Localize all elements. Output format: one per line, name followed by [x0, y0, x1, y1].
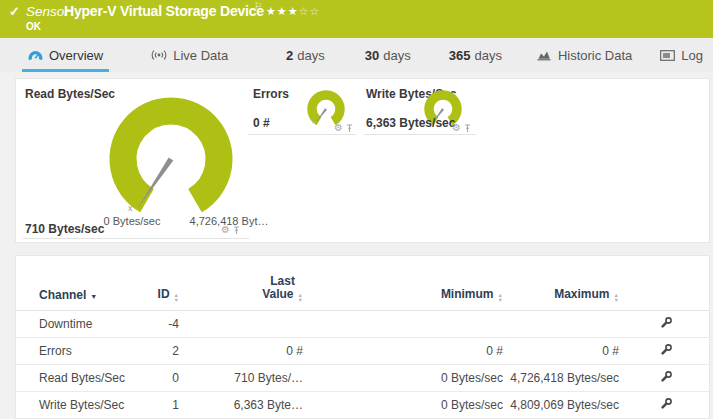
channel-id: -4 [156, 317, 189, 331]
tab-2-days[interactable]: 2 days [286, 38, 325, 72]
errors-gauge-title: Errors [253, 87, 289, 101]
edit-channel-wrench-icon[interactable] [659, 316, 673, 333]
channel-last-value: 6,363 Byte… [189, 398, 306, 412]
channel-name[interactable]: Read Bytes/Sec [39, 371, 156, 385]
tab-label: days [383, 48, 410, 63]
sort-icon: ▲▼ [174, 293, 179, 302]
historic-chart-icon [536, 49, 552, 61]
tab-label: Overview [49, 48, 103, 63]
col-header-last-value[interactable]: LastValue▲▼ [189, 275, 306, 302]
sensor-header: ✓ Sensor Hyper-V Virtual Storage Device … [0, 0, 713, 38]
sort-desc-icon: ▼ [90, 293, 97, 300]
tab-bar: Overview Live Data 2 days 30 days 365 da… [0, 38, 713, 72]
tab-overview[interactable]: Overview [22, 38, 109, 72]
write-gauge-tools[interactable]: ⚙ [452, 123, 471, 133]
tab-label: days [474, 48, 501, 63]
edit-channel-wrench-icon[interactable] [659, 370, 673, 387]
channel-maximum: 0 # [506, 344, 622, 358]
channels-panel: Channel▼ ID▲▼ LastValue▲▼ Minimum▲▼ Maxi… [15, 255, 710, 419]
errors-gauge-current-value: 0 # [253, 116, 270, 130]
tab-number: 365 [449, 48, 471, 63]
channel-id: 0 [156, 371, 189, 385]
stars-filled: ★★★ [266, 5, 299, 17]
write-gauge-current-value: 6,363 Bytes/sec [366, 116, 455, 130]
tab-label: days [297, 48, 324, 63]
gear-icon[interactable]: ⚙ [221, 225, 230, 235]
gear-icon[interactable]: ⚙ [334, 123, 343, 133]
sort-icon: ▲▼ [614, 293, 619, 302]
tab-30-days[interactable]: 30 days [365, 38, 411, 72]
tab-number: 2 [286, 48, 293, 63]
live-data-icon [151, 49, 167, 61]
channel-name[interactable]: Downtime [39, 317, 156, 331]
read-gauge [101, 91, 241, 223]
gauges-panel: Read Bytes/Sec x 0 Bytes/sec 4,726,418 B… [15, 78, 710, 243]
tab-label: Historic Data [558, 48, 632, 63]
tab-historic-data[interactable]: Historic Data [536, 38, 632, 72]
cell-divider [364, 134, 476, 135]
priority-stars[interactable]: ★★★☆☆ [266, 5, 320, 18]
channel-id: 2 [156, 344, 189, 358]
pin-icon[interactable] [346, 124, 353, 133]
flag-icon[interactable]: ⚐ [254, 1, 262, 11]
tab-number: 30 [365, 48, 379, 63]
read-gauge-tools[interactable]: ⚙ [221, 225, 240, 235]
tab-label: Log [681, 48, 703, 63]
tab-label: Live Data [173, 48, 228, 63]
gear-icon[interactable]: ⚙ [452, 123, 461, 133]
table-row: Read Bytes/Sec 0 710 Bytes/… 0 Bytes/sec… [16, 365, 709, 392]
pin-icon[interactable] [464, 124, 471, 133]
channel-maximum: 4,809,069 Bytes/sec [506, 398, 622, 412]
log-icon [660, 50, 675, 61]
channel-minimum: 0 # [306, 344, 506, 358]
channel-maximum: 4,726,418 Bytes/sec [506, 371, 622, 385]
pin-icon[interactable] [233, 226, 240, 235]
sort-icon: ▲▼ [298, 293, 303, 302]
sensor-title: Hyper-V Virtual Storage Device [64, 3, 264, 19]
channel-id: 1 [156, 398, 189, 412]
table-header-row: Channel▼ ID▲▼ LastValue▲▼ Minimum▲▼ Maxi… [16, 256, 709, 311]
table-row: Errors 2 0 # 0 # 0 # [16, 338, 709, 365]
channel-name[interactable]: Errors [39, 344, 156, 358]
col-header-channel[interactable]: Channel▼ [39, 288, 156, 302]
edit-channel-wrench-icon[interactable] [659, 343, 673, 360]
col-header-id[interactable]: ID▲▼ [156, 287, 189, 302]
channel-minimum: 0 Bytes/sec [306, 398, 506, 412]
col-header-minimum[interactable]: Minimum▲▼ [306, 287, 506, 302]
read-gauge-current-value: 710 Bytes/sec [25, 222, 104, 236]
object-kind-label: Sensor [26, 4, 69, 19]
gauge-icon [28, 49, 43, 61]
status-ok-check-icon: ✓ [9, 4, 20, 19]
col-header-maximum[interactable]: Maximum▲▼ [506, 287, 622, 302]
errors-gauge-tools[interactable]: ⚙ [334, 123, 353, 133]
gauge-current-marker: x [128, 203, 133, 213]
cell-divider [23, 238, 249, 239]
status-badge: OK [26, 21, 41, 32]
tab-live-data[interactable]: Live Data [151, 38, 228, 72]
channel-last-value: 710 Bytes/… [189, 371, 306, 385]
tab-365-days[interactable]: 365 days [449, 38, 502, 72]
channel-last-value: 0 # [189, 344, 306, 358]
sort-icon: ▲▼ [498, 293, 503, 302]
table-row: Downtime -4 [16, 311, 709, 338]
edit-channel-wrench-icon[interactable] [659, 397, 673, 414]
stars-empty: ☆☆ [299, 5, 321, 17]
tab-log[interactable]: Log [660, 38, 703, 72]
cell-divider [248, 134, 356, 135]
channel-name[interactable]: Write Bytes/Sec [39, 398, 156, 412]
table-row: Write Bytes/Sec 1 6,363 Byte… 0 Bytes/se… [16, 392, 709, 419]
channel-minimum: 0 Bytes/sec [306, 371, 506, 385]
